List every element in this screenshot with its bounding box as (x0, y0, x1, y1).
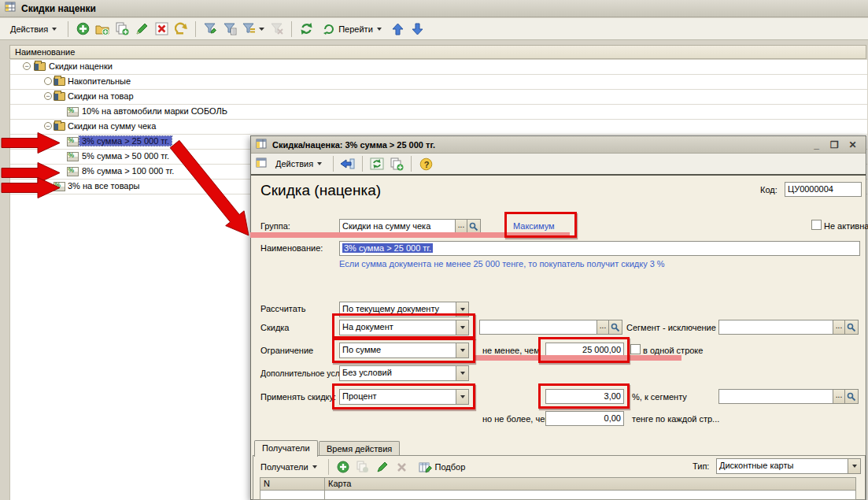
folder-icon (54, 122, 65, 131)
close-button[interactable]: ✕ (846, 139, 859, 150)
edit-button[interactable] (133, 20, 150, 38)
pick-button[interactable]: Подбор (413, 457, 471, 476)
list-grid-icon (256, 157, 268, 170)
type-value: Дисконтные карты (719, 461, 793, 470)
maximize-button[interactable]: ❒ (828, 139, 841, 150)
add-copy-icon (116, 22, 129, 35)
dialog-actions-menu-button[interactable]: Действия (270, 154, 327, 173)
disable-filter-button[interactable] (268, 20, 286, 38)
add-group-button[interactable] (94, 20, 111, 38)
set-filter-button[interactable] (201, 20, 219, 38)
delete-button[interactable] (153, 20, 170, 38)
recipients-add-button[interactable] (334, 458, 352, 476)
filter-by-value-button[interactable] (221, 20, 238, 38)
name-field[interactable]: 3% сумма > 25 000 тг. (339, 241, 860, 256)
minimize-button[interactable]: _ (810, 139, 823, 150)
separator (333, 156, 334, 172)
extra-condition-select[interactable]: Без условий (339, 365, 469, 381)
segment-exclusion-browse-button[interactable]: ... (833, 320, 845, 335)
svg-text:%: % (68, 136, 75, 144)
inactive-checkbox[interactable] (811, 220, 822, 230)
discount-item-icon: % (67, 166, 79, 176)
column-header-n[interactable]: N (260, 477, 325, 491)
separator (328, 459, 329, 475)
filter-settings-button[interactable] (241, 20, 266, 38)
dialog-refresh-button[interactable] (368, 155, 386, 172)
tree-row[interactable]: −Скидки на товар (10, 90, 867, 105)
dropdown-button[interactable] (456, 366, 468, 380)
collapse-icon[interactable]: − (44, 122, 52, 130)
collapse-icon[interactable]: − (23, 62, 31, 70)
dialog-copy-new-button[interactable] (388, 155, 405, 172)
segment-exclusion-field[interactable] (718, 320, 833, 335)
write-close-button[interactable] (339, 155, 356, 172)
recipients-panel: Получатели Подбор Тип: Дисконтные карты … (253, 455, 866, 500)
table-cell-empty[interactable] (324, 491, 856, 500)
code-field[interactable]: ЦУ0000004 (785, 182, 862, 197)
tab-validity-period[interactable]: Время действия (319, 441, 400, 457)
column-header-card[interactable]: Карта (324, 477, 856, 491)
dialog-toolbar: Действия ? (251, 154, 866, 176)
apply-segment-browse-button[interactable]: ... (833, 389, 845, 404)
refresh-button[interactable] (297, 20, 315, 38)
pick-label: Подбор (435, 462, 466, 472)
svg-text:?: ? (423, 159, 429, 169)
magnifier-icon (847, 392, 856, 402)
move-up-button[interactable] (390, 20, 407, 38)
tree-row[interactable]: −Скидки наценки (10, 60, 867, 75)
add-copy-icon (356, 461, 369, 473)
edit-pencil-icon (376, 461, 388, 473)
actions-menu-button[interactable]: Действия (5, 20, 62, 39)
dropdown-button[interactable] (848, 459, 860, 473)
apply-label: Применять скидку: (260, 392, 336, 402)
collapse-icon[interactable]: − (44, 92, 52, 100)
table-cell-empty[interactable] (260, 491, 325, 500)
form-title: Скидка (наценка) (260, 182, 381, 199)
recipients-copy-button[interactable] (354, 458, 371, 476)
move-down-icon (412, 23, 423, 35)
tree-item-label: 3% на все товары (65, 181, 142, 191)
filter-settings-icon (242, 22, 265, 35)
node-circle-icon[interactable] (44, 77, 52, 85)
tree-item-label: Накопительные (65, 76, 133, 86)
add-group-icon (95, 23, 109, 35)
add-button[interactable] (74, 20, 91, 38)
help-button[interactable]: ? (417, 155, 434, 172)
write-close-icon (340, 157, 356, 170)
dialog-refresh-icon (370, 157, 384, 170)
recipients-toolbar: Получатели Подбор (255, 457, 471, 476)
go-menu-label: Перейти (338, 24, 373, 34)
discount-item-icon: % (67, 136, 79, 146)
max-sum-field[interactable]: 0,00 (545, 411, 624, 426)
tab-recipients[interactable]: Получатели (254, 440, 318, 457)
set-filter-icon (203, 22, 217, 35)
segment-browse-button[interactable]: ... (597, 320, 609, 335)
tree-item-label: 5% сумма > 50 000 тг. (79, 151, 172, 161)
segment-exclusion-search-button[interactable] (844, 320, 859, 335)
apply-segment-search-button[interactable] (844, 389, 859, 404)
magnifier-icon (847, 323, 856, 332)
tree-row[interactable]: %10% на автомобили марки СОБОЛЬ (10, 105, 867, 120)
move-down-button[interactable] (409, 20, 427, 38)
history-button[interactable] (172, 20, 190, 38)
one-row-checkbox[interactable] (630, 344, 641, 354)
one-row-label: в одной строке (643, 346, 703, 355)
recipients-edit-button[interactable] (374, 458, 391, 476)
go-menu-button[interactable]: Перейти (317, 20, 387, 39)
type-select[interactable]: Дисконтные карты (716, 458, 861, 474)
tree-row[interactable]: Накопительные (10, 75, 867, 90)
magnifier-icon (611, 323, 620, 332)
segment-search-button[interactable] (608, 320, 622, 335)
recipients-delete-button[interactable] (393, 458, 411, 476)
limit-label: Ограничение (260, 346, 313, 355)
add-copy-button[interactable] (113, 20, 131, 38)
apply-segment-field[interactable] (718, 389, 833, 404)
dialog-titlebar: Скидка/наценка: 3% сумма > 25 000 тг. _ … (251, 136, 866, 154)
copy-new-icon (390, 157, 404, 171)
help-icon: ? (419, 157, 433, 171)
tree-row[interactable]: −Скидки на сумму чека (10, 120, 867, 135)
refresh-icon (300, 22, 313, 35)
column-header-name[interactable]: Наименование (9, 45, 866, 59)
recipients-menu-button[interactable]: Получатели (255, 457, 323, 476)
segment-field[interactable] (479, 320, 597, 335)
